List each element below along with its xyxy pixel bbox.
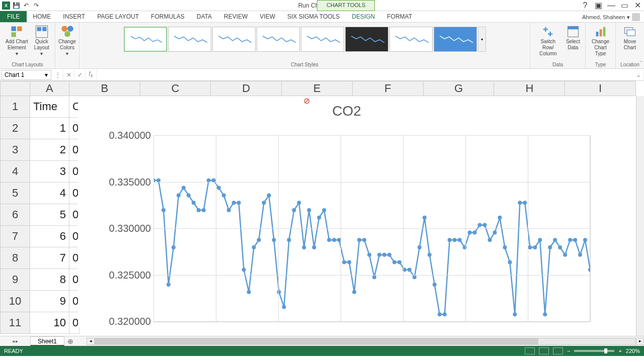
sheet-tab[interactable]: Sheet1	[30, 336, 64, 346]
column-header-A[interactable]: A	[30, 81, 69, 96]
column-header-F[interactable]: F	[353, 81, 424, 96]
chart-style-6[interactable]	[345, 27, 388, 52]
cell-A5[interactable]: 4	[30, 183, 69, 204]
sheet-nav[interactable]: ◂ ▸	[0, 336, 30, 346]
collapse-ribbon-icon[interactable]: ˆ	[640, 61, 642, 66]
cancel-formula-icon[interactable]: ✕	[63, 70, 74, 80]
undo-icon[interactable]: ↶	[22, 2, 30, 10]
file-tab[interactable]: FILE	[0, 11, 27, 22]
cell-A7[interactable]: 6	[30, 226, 69, 247]
row-header-4[interactable]: 4	[0, 161, 30, 183]
zoom-out-button[interactable]: −	[567, 348, 570, 354]
minimize-icon[interactable]: —	[607, 1, 616, 10]
tab-six-sigma-tools[interactable]: SIX SIGMA TOOLS	[281, 11, 346, 22]
restore-icon[interactable]: ▭	[620, 1, 629, 10]
tab-home[interactable]: HOME	[27, 11, 57, 22]
zoom-slider[interactable]	[574, 350, 614, 352]
name-box[interactable]: Chart 1 ▾	[1, 70, 51, 80]
expand-formula-icon[interactable]: ⌄	[633, 70, 644, 80]
row-header-3[interactable]: 3	[0, 139, 30, 161]
gallery-more-button[interactable]: ▾	[478, 27, 486, 52]
column-header-E[interactable]: E	[282, 81, 353, 96]
horizontal-scrollbar[interactable]: ◂ ▸	[87, 336, 644, 346]
tab-data[interactable]: DATA	[191, 11, 218, 22]
cell-A10[interactable]: 9	[30, 291, 69, 312]
cell-A8[interactable]: 7	[30, 247, 69, 269]
column-header-B[interactable]: B	[69, 81, 140, 96]
row-header-1[interactable]: 1	[0, 96, 30, 118]
column-header-G[interactable]: G	[424, 81, 495, 96]
fx-icon[interactable]: fx	[86, 70, 97, 80]
row-header-11[interactable]: 11	[0, 312, 30, 334]
tab-formulas[interactable]: FORMULAS	[145, 11, 191, 22]
column-header-D[interactable]: D	[211, 81, 282, 96]
cell-A9[interactable]: 8	[30, 269, 69, 291]
cell-A11[interactable]: 10	[30, 312, 69, 334]
add-chart-element-button[interactable]: Add Chart Element ▾	[3, 25, 31, 58]
cell-A1[interactable]: Time	[30, 96, 69, 118]
svg-point-7	[67, 26, 73, 32]
column-header-C[interactable]: C	[140, 81, 211, 96]
zoom-in-button[interactable]: +	[618, 348, 621, 354]
svg-point-76	[453, 238, 457, 242]
add-sheet-button[interactable]: ⊕	[64, 336, 76, 346]
scroll-left-icon[interactable]: ◂	[87, 338, 95, 345]
chart-style-1[interactable]	[124, 27, 167, 52]
svg-point-90	[523, 201, 527, 205]
normal-view-button[interactable]	[525, 347, 535, 354]
switch-row-column-button[interactable]: Switch Row/ Column	[533, 25, 563, 58]
tab-view[interactable]: VIEW	[254, 11, 281, 22]
chart-plot-area[interactable]: 0.3400000.3350000.3300000.3250000.320000	[88, 135, 590, 322]
row-header-5[interactable]: 5	[0, 183, 30, 204]
chart-style-2[interactable]	[168, 27, 211, 52]
select-all-button[interactable]	[0, 81, 30, 96]
formula-input[interactable]	[97, 70, 633, 80]
chart-title[interactable]: CO2	[78, 103, 615, 119]
accept-formula-icon[interactable]: ✓	[74, 70, 86, 80]
chart-object[interactable]: CO2 0.3400000.3350000.3300000.3250000.32…	[78, 96, 615, 327]
cell-A4[interactable]: 3	[30, 161, 69, 183]
change-colors-button[interactable]: Change Colors ▾	[56, 25, 78, 58]
tab-format[interactable]: FORMAT	[381, 11, 418, 22]
tab-review[interactable]: REVIEW	[218, 11, 254, 22]
close-icon[interactable]: ✕	[633, 1, 642, 10]
chart-style-8[interactable]	[434, 27, 477, 52]
chart-style-5[interactable]	[301, 27, 344, 52]
column-header-I[interactable]: I	[565, 81, 636, 96]
row-header-10[interactable]: 10	[0, 291, 30, 312]
row-header-6[interactable]: 6	[0, 204, 30, 226]
column-header-H[interactable]: H	[494, 81, 565, 96]
row-header-7[interactable]: 7	[0, 226, 30, 247]
zoom-level[interactable]: 220%	[626, 348, 640, 354]
chart-style-7[interactable]	[389, 27, 433, 52]
y-tick-label: 0.330000	[109, 223, 151, 234]
chart-style-4[interactable]	[257, 27, 300, 52]
svg-point-18	[162, 208, 166, 212]
page-break-view-button[interactable]	[553, 347, 563, 354]
cell-A6[interactable]: 5	[30, 204, 69, 226]
row-header-2[interactable]: 2	[0, 118, 30, 139]
save-icon[interactable]: 💾	[12, 2, 20, 10]
tab-page-layout[interactable]: PAGE LAYOUT	[91, 11, 145, 22]
row-header-8[interactable]: 8	[0, 247, 30, 269]
ribbon-options-icon[interactable]: ▣	[594, 1, 603, 10]
select-data-button[interactable]: Select Data	[564, 25, 582, 58]
row-header-9[interactable]: 9	[0, 269, 30, 291]
tab-design[interactable]: DESIGN	[346, 11, 381, 22]
scroll-right-icon[interactable]: ▸	[636, 338, 644, 345]
move-chart-button[interactable]: Move Chart	[619, 25, 641, 52]
page-layout-view-button[interactable]	[539, 347, 549, 354]
worksheet-grid: ABCDEFGHI 1234567891011 TimeC10203040506…	[0, 81, 644, 336]
redo-icon[interactable]: ↷	[32, 2, 40, 10]
tab-insert[interactable]: INSERT	[57, 11, 91, 22]
cell-A2[interactable]: 1	[30, 118, 69, 139]
quick-layout-button[interactable]: Quick Layout ▾	[32, 25, 52, 58]
help-icon[interactable]: ?	[581, 1, 590, 10]
change-chart-type-button[interactable]: Change Chart Type	[589, 25, 612, 58]
vertical-scrollbar[interactable]	[636, 96, 644, 336]
account-name[interactable]: Ahmed, Shaheen ▾	[582, 13, 640, 21]
change-type-label: Change Chart Type	[591, 39, 610, 57]
ribbon: Add Chart Element ▾ Quick Layout ▾ Chart…	[0, 23, 644, 69]
chart-style-3[interactable]	[212, 27, 256, 52]
cell-A3[interactable]: 2	[30, 139, 69, 161]
